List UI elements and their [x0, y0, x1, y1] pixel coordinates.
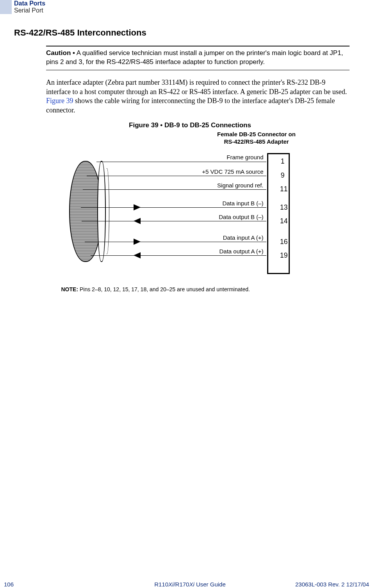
body-paragraph: An interface adapter (Zebra part number … — [46, 78, 350, 115]
cable-cap-inner-icon — [107, 168, 109, 254]
paragraph-before-link: An interface adapter (Zebra part number … — [46, 78, 347, 96]
wire-label-data-output-b: Data output B (–) — [219, 214, 263, 220]
wire-line-2 — [87, 176, 266, 176]
wire-label-data-input-b: Data input B (–) — [222, 200, 263, 207]
wire-label-5vdc-source: +5 VDC 725 mA source — [202, 168, 263, 175]
figure-note-label: NOTE: — [61, 286, 78, 292]
footer-guide-suffix: User Guide — [194, 581, 226, 588]
header-section-title: Serial Port — [14, 7, 45, 14]
section-heading: RS-422/RS-485 Interconnections — [14, 28, 380, 38]
figure-note-text: Pins 2–8, 10, 12, 15, 17, 18, and 20–25 … — [78, 286, 250, 292]
wire-label-data-output-a: Data output A (+) — [219, 248, 264, 255]
pin-14: 14 — [280, 217, 287, 225]
pin-19: 19 — [280, 251, 287, 260]
wire-label-signal-ground: Signal ground ref. — [217, 182, 263, 189]
footer-revision: 23063L-003 Rev. 2 12/17/04 — [295, 581, 369, 588]
caution-box: Caution • A qualified service technician… — [46, 46, 350, 70]
arrow-left-icon — [134, 252, 141, 258]
wire-line-6 — [85, 242, 266, 242]
wire-line-4 — [81, 207, 266, 208]
caution-text: A qualified service technician must inst… — [46, 49, 343, 66]
header-text-group: Data Ports Serial Port — [12, 0, 45, 14]
pin-13: 13 — [280, 203, 287, 212]
figure-caption: Figure 39 • DB-9 to DB-25 Connections — [0, 121, 380, 129]
db25-title-line2: RS-422/RS-485 Adapter — [224, 138, 289, 145]
wire-label-frame-ground: Frame ground — [227, 154, 263, 160]
figure-note: NOTE: Pins 2–8, 10, 12, 15, 17, 18, and … — [61, 286, 323, 292]
pin-1: 1 — [281, 157, 285, 166]
pin-11: 11 — [280, 185, 287, 193]
caution-label: Caution • — [46, 49, 75, 57]
footer-guide-mid: /R170 — [173, 581, 189, 588]
footer-guide-italic2: Xi — [189, 581, 194, 588]
footer-guide-italic1: Xi — [168, 581, 173, 588]
wire-line-3 — [83, 189, 266, 190]
wire-label-data-input-a: Data input A (+) — [223, 234, 264, 241]
paragraph-after-link: shows the cable wiring for interconnecti… — [46, 97, 335, 114]
wire-line-1 — [96, 162, 266, 162]
arrow-right-icon — [134, 204, 141, 210]
header-spine — [0, 0, 12, 14]
pin-16: 16 — [280, 238, 287, 246]
header-chapter-title: Data Ports — [14, 0, 45, 7]
arrow-left-icon — [134, 218, 141, 224]
page: Data Ports Serial Port RS-422/RS-485 Int… — [0, 0, 380, 588]
pin-9: 9 — [281, 171, 285, 180]
wire-line-7 — [91, 255, 266, 256]
db25-connector-title: Female DB-25 Connector on RS-422/RS-485 … — [202, 130, 311, 146]
wire-line-5 — [82, 221, 266, 222]
footer-guide-prefix: R110 — [154, 581, 168, 588]
arrow-right-icon — [134, 239, 141, 245]
figure-cross-reference-link[interactable]: Figure 39 — [46, 97, 73, 105]
figure-diagram: Female DB-25 Connector on RS-422/RS-485 … — [57, 130, 323, 300]
page-header: Data Ports Serial Port — [0, 0, 380, 14]
db25-title-line1: Female DB-25 Connector on — [217, 131, 296, 137]
